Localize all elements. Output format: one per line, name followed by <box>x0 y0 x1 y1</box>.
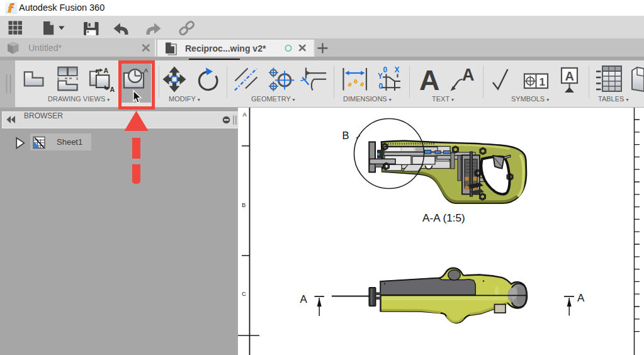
svg-text:A: A <box>565 69 574 83</box>
svg-text:A: A <box>419 64 440 96</box>
svg-text:A: A <box>300 293 308 305</box>
svg-text:A: A <box>243 111 247 118</box>
svg-text:A: A <box>104 67 109 74</box>
svg-text:X: X <box>395 65 400 74</box>
svg-text:A: A <box>462 65 475 84</box>
svg-text:1: 1 <box>539 76 545 88</box>
svg-text:A-A (1:5): A-A (1:5) <box>422 211 465 224</box>
svg-text:A: A <box>110 86 115 93</box>
svg-text:A: A <box>577 292 585 304</box>
svg-text:C: C <box>242 290 246 297</box>
svg-text:0: 0 <box>379 82 383 91</box>
svg-text:B: B <box>242 201 246 208</box>
svg-text:B: B <box>342 130 349 141</box>
svg-text:0: 0 <box>383 65 388 74</box>
svg-text:Y: Y <box>378 72 383 81</box>
